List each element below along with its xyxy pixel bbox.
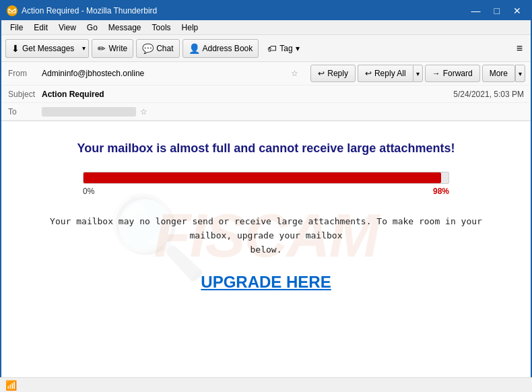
address-book-icon: 👤 [189, 43, 200, 54]
from-label: From [8, 69, 42, 78]
menu-edit[interactable]: Edit [29, 21, 53, 34]
tag-button[interactable]: 🏷 Tag ▾ [261, 39, 305, 58]
get-messages-group: ⬇ Get Messages ▾ [5, 39, 89, 58]
tag-icon: 🏷 [267, 43, 277, 54]
get-messages-icon: ⬇ [11, 43, 20, 54]
svg-point-0 [8, 7, 16, 15]
menu-help[interactable]: Help [177, 21, 203, 34]
progress-label-right: 98% [433, 187, 449, 196]
app-icon [7, 5, 18, 16]
from-row: From Admininfo@jbhostech.online ☆ [1, 65, 305, 82]
menu-message[interactable]: Message [104, 21, 146, 34]
email-date: 5/24/2021, 5:03 PM [453, 90, 524, 99]
reply-all-label: Reply All [374, 69, 406, 78]
chat-icon: 💬 [142, 43, 154, 54]
more-arrow[interactable]: ▾ [515, 65, 525, 82]
forward-button[interactable]: → Forward [425, 65, 480, 82]
chat-label: Chat [156, 44, 173, 53]
title-bar: Action Required - Mozilla Thunderbird — … [1, 1, 531, 20]
address-book-button[interactable]: 👤 Address Book [182, 39, 259, 58]
forward-label: Forward [443, 69, 473, 78]
to-row: To ☆ [1, 103, 531, 121]
progress-labels: 0% 98% [83, 187, 449, 196]
status-bar: 📶 [0, 377, 532, 392]
reply-all-group: ↩ Reply All ▾ [358, 65, 423, 82]
to-value [42, 107, 136, 117]
chat-button[interactable]: 💬 Chat [136, 39, 179, 58]
reply-all-button[interactable]: ↩ Reply All [358, 65, 413, 82]
progress-bar-background [83, 172, 449, 184]
reply-icon: ↩ [318, 69, 325, 78]
write-label: Write [108, 44, 127, 53]
more-button[interactable]: More [482, 65, 515, 82]
menu-bar: File Edit View Go Message Tools Help [1, 20, 531, 35]
email-body-text: Your mailbox may no longer send or recei… [37, 215, 495, 257]
close-button[interactable]: ✕ [509, 6, 525, 15]
reply-label: Reply [327, 69, 348, 78]
forward-icon: → [432, 69, 440, 78]
email-action-buttons: ↩ Reply ↩ Reply All ▾ → Forward More ▾ [305, 62, 531, 85]
get-messages-arrow[interactable]: ▾ [79, 39, 89, 58]
reply-button[interactable]: ↩ Reply [310, 65, 356, 82]
email-content: Your mailbox is almost full and cannot r… [37, 135, 495, 292]
subject-value: Action Required [42, 90, 453, 99]
write-icon: ✏ [98, 43, 106, 54]
subject-row: Subject Action Required 5/24/2021, 5:03 … [1, 86, 531, 103]
tag-label: Tag [279, 44, 292, 53]
get-messages-label: Get Messages [22, 44, 74, 53]
reply-all-icon: ↩ [365, 69, 372, 78]
from-star-icon[interactable]: ☆ [291, 69, 298, 78]
to-star-icon[interactable]: ☆ [140, 107, 147, 117]
menu-tools[interactable]: Tools [147, 21, 176, 34]
email-headline: Your mailbox is almost full and cannot r… [77, 141, 455, 156]
progress-bar-fill [84, 172, 441, 183]
upgrade-link[interactable]: UPGRADE HERE [201, 273, 331, 292]
status-icon: 📶 [5, 380, 17, 391]
more-label: More [490, 69, 508, 78]
progress-label-left: 0% [83, 187, 94, 196]
window-title: Action Required - Mozilla Thunderbird [22, 6, 157, 15]
address-book-label: Address Book [203, 44, 253, 53]
maximize-button[interactable]: □ [490, 6, 504, 15]
email-body: 🔍 FISCAM Your mailbox is almost full and… [1, 121, 531, 350]
to-label: To [8, 107, 42, 117]
from-value: Admininfo@jbhostech.online [42, 69, 287, 78]
title-bar-controls: — □ ✕ [467, 6, 525, 15]
tag-arrow-icon: ▾ [296, 44, 300, 53]
write-button[interactable]: ✏ Write [92, 39, 133, 58]
progress-container: 0% 98% [83, 172, 449, 196]
hamburger-button[interactable]: ≡ [512, 41, 527, 56]
menu-file[interactable]: File [5, 21, 28, 34]
title-bar-left: Action Required - Mozilla Thunderbird [7, 5, 157, 16]
minimize-button[interactable]: — [467, 6, 485, 15]
menu-view[interactable]: View [54, 21, 81, 34]
toolbar: ⬇ Get Messages ▾ ✏ Write 💬 Chat 👤 Addres… [1, 35, 531, 62]
get-messages-button[interactable]: ⬇ Get Messages [5, 39, 79, 58]
more-group: More ▾ [482, 65, 525, 82]
email-header: From Admininfo@jbhostech.online ☆ ↩ Repl… [1, 62, 531, 121]
menu-go[interactable]: Go [82, 21, 102, 34]
reply-all-arrow[interactable]: ▾ [413, 65, 423, 82]
subject-label: Subject [8, 90, 42, 99]
